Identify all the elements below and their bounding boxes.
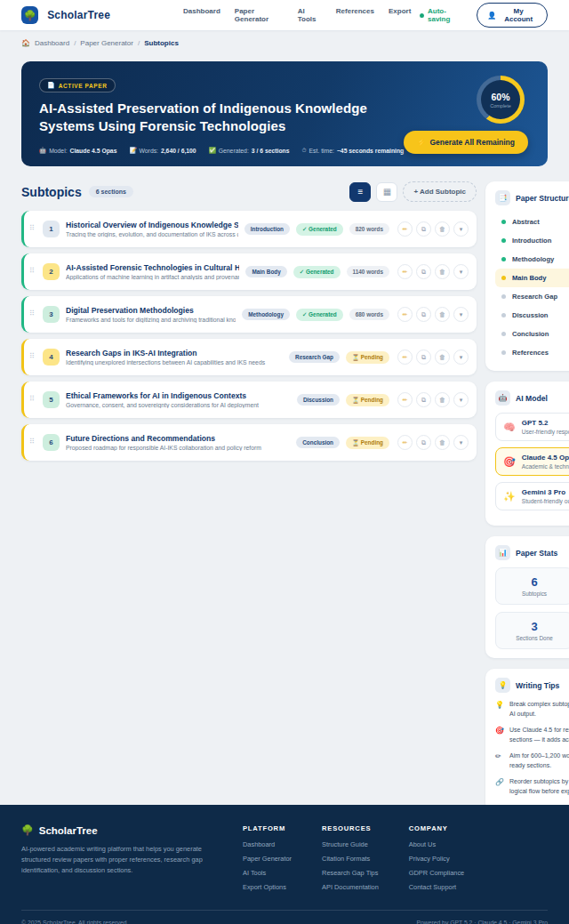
delete-button[interactable]: 🗑 bbox=[435, 264, 450, 279]
chevron-down-icon: ▾ bbox=[460, 439, 463, 446]
subtopic-card: ⠿ 3 Digital Preservation Methodologies F… bbox=[21, 296, 477, 333]
expand-button[interactable]: ▾ bbox=[453, 307, 469, 322]
copyright: © 2025 ScholarTree. All rights reserved. bbox=[21, 920, 128, 924]
nav-link[interactable]: Dashboard bbox=[183, 7, 220, 23]
duplicate-button[interactable]: ⧉ bbox=[416, 221, 431, 237]
structure-item[interactable]: Conclusion bbox=[495, 325, 569, 343]
drag-handle-icon[interactable]: ⠿ bbox=[29, 354, 36, 359]
footer-column: PLATFORM DashboardPaper GeneratorAI Tool… bbox=[243, 824, 292, 897]
breadcrumb-paper-generator[interactable]: Paper Generator bbox=[80, 39, 133, 47]
my-account-button[interactable]: 👤 My Account bbox=[477, 3, 548, 28]
status-badge: ⏳ Pending bbox=[346, 394, 389, 406]
footer-link[interactable]: About Us bbox=[409, 840, 464, 848]
list-view-button[interactable]: ≡ bbox=[349, 182, 371, 202]
autosave-dot-icon bbox=[420, 13, 424, 18]
meta-icon: ✅ bbox=[209, 147, 216, 154]
expand-button[interactable]: ▾ bbox=[453, 435, 469, 450]
chevron-down-icon: ▾ bbox=[460, 226, 463, 233]
edit-button[interactable]: ✏ bbox=[397, 221, 413, 237]
drag-handle-icon[interactable]: ⠿ bbox=[29, 397, 36, 402]
tip-text: Use Claude 4.5 for research and discussi… bbox=[509, 726, 569, 744]
footer-link[interactable]: AI Tools bbox=[243, 869, 292, 877]
model-option[interactable]: 🎯 Claude 4.5 Opas Academic & technical d… bbox=[495, 447, 569, 476]
duplicate-button[interactable]: ⧉ bbox=[416, 435, 431, 450]
writing-tip: 🔗 Reorder subtopics by drag to check you… bbox=[495, 777, 569, 796]
structure-item[interactable]: Introduction bbox=[495, 231, 569, 250]
drag-handle-icon[interactable]: ⠿ bbox=[29, 311, 36, 317]
drag-handle-icon[interactable]: ⠿ bbox=[29, 226, 36, 231]
word-count-badge: 680 words bbox=[349, 309, 389, 320]
nav-link[interactable]: Export bbox=[389, 7, 411, 23]
duplicate-button[interactable]: ⧉ bbox=[416, 392, 431, 407]
structure-item[interactable]: Discussion bbox=[495, 306, 569, 325]
active-paper-badge-label: ACTIVE PAPER bbox=[59, 83, 108, 89]
structure-item[interactable]: Abstract bbox=[495, 213, 569, 231]
writing-tips-panel: 💡 Writing Tips 💡 Break complex subtopics… bbox=[485, 669, 569, 812]
paper-meta-item: ⏱ Est. time: ~45 seconds remaining bbox=[301, 147, 404, 154]
structure-item[interactable]: References bbox=[495, 343, 569, 362]
generate-all-label: Generate All Remaining bbox=[429, 138, 515, 147]
footer-link[interactable]: Paper Generator bbox=[243, 855, 292, 863]
tip-icon: 💡 bbox=[495, 700, 504, 719]
delete-button[interactable]: 🗑 bbox=[435, 307, 450, 322]
edit-button[interactable]: ✏ bbox=[397, 307, 413, 322]
delete-button[interactable]: 🗑 bbox=[435, 221, 450, 237]
expand-button[interactable]: ▾ bbox=[453, 392, 469, 407]
delete-button[interactable]: 🗑 bbox=[435, 435, 450, 450]
nav-link[interactable]: References bbox=[336, 7, 374, 23]
footer-link[interactable]: Citation Formats bbox=[322, 855, 379, 863]
footer-link[interactable]: GDPR Compliance bbox=[409, 869, 464, 877]
active-paper-banner: 📄 ACTIVE PAPER AI-Assisted Preservation … bbox=[21, 61, 548, 166]
subtopic-card: ⠿ 1 Historical Overview of Indigenous Kn… bbox=[21, 211, 477, 247]
edit-button[interactable]: ✏ bbox=[397, 350, 413, 365]
duplicate-button[interactable]: ⧉ bbox=[416, 264, 431, 279]
generate-all-remaining-button[interactable]: ⚡ Generate All Remaining bbox=[404, 131, 528, 154]
edit-button[interactable]: ✏ bbox=[397, 264, 413, 279]
top-navigation-bar: 🌳 ScholarTree Dashboard Paper Generator … bbox=[0, 0, 569, 30]
status-dot-icon bbox=[501, 220, 506, 224]
delete-button[interactable]: 🗑 bbox=[435, 350, 450, 365]
stat-tile: 3 Sections Done bbox=[495, 612, 569, 649]
edit-button[interactable]: ✏ bbox=[397, 435, 413, 450]
pencil-icon: ✏ bbox=[403, 397, 408, 404]
footer-link[interactable]: Contact Support bbox=[409, 883, 464, 891]
footer-link[interactable]: Export Options bbox=[243, 883, 292, 891]
expand-button[interactable]: ▾ bbox=[453, 264, 469, 279]
subtopic-number: 3 bbox=[43, 306, 60, 323]
breadcrumb-dashboard[interactable]: Dashboard bbox=[35, 39, 69, 47]
model-option[interactable]: ✨ Gemini 3 Pro Student-friendly outputs bbox=[495, 482, 569, 510]
structure-item[interactable]: Main Body bbox=[495, 269, 569, 287]
subtopic-title: Ethical Frameworks for AI in Indigenous … bbox=[66, 391, 291, 400]
add-subtopic-button[interactable]: + Add Subtopic bbox=[403, 181, 477, 202]
nav-link[interactable]: Paper Generator bbox=[235, 7, 284, 23]
model-name: Claude 4.5 Opas bbox=[522, 454, 569, 462]
edit-button[interactable]: ✏ bbox=[397, 392, 413, 407]
copy-icon: ⧉ bbox=[421, 311, 426, 318]
drag-handle-icon[interactable]: ⠿ bbox=[29, 439, 36, 445]
model-option[interactable]: 🧠 GPT 5.2 User-friendly responses bbox=[495, 413, 569, 441]
home-icon[interactable]: 🏠 bbox=[21, 39, 30, 47]
footer-link[interactable]: API Documentation bbox=[322, 883, 379, 891]
drag-handle-icon[interactable]: ⠿ bbox=[29, 269, 36, 274]
duplicate-button[interactable]: ⧉ bbox=[416, 350, 431, 365]
structure-item[interactable]: Methodology bbox=[495, 250, 569, 269]
duplicate-button[interactable]: ⧉ bbox=[416, 307, 431, 322]
subtopic-title: Historical Overview of Indigenous Knowle… bbox=[66, 221, 238, 229]
footer-link[interactable]: Privacy Policy bbox=[409, 855, 464, 863]
footer-link[interactable]: Research Gap Tips bbox=[322, 869, 379, 877]
model-description: Student-friendly outputs bbox=[522, 498, 569, 504]
subtopic-title: AI-Assisted Forensic Technologies in Cul… bbox=[66, 263, 239, 272]
grid-view-button[interactable]: ▦ bbox=[376, 182, 397, 202]
footer-column-heading: RESOURCES bbox=[322, 824, 379, 832]
subtopic-description: Applications of machine learning in arti… bbox=[66, 274, 239, 280]
expand-button[interactable]: ▾ bbox=[453, 221, 469, 237]
structure-item[interactable]: Research Gap bbox=[495, 287, 569, 306]
expand-button[interactable]: ▾ bbox=[453, 350, 469, 365]
status-badge: ✓ Generated bbox=[296, 309, 343, 321]
footer-link[interactable]: Structure Guide bbox=[322, 840, 379, 848]
tip-text: Break complex subtopics into key points … bbox=[509, 700, 569, 719]
autosave-status: Auto-saving bbox=[420, 7, 466, 23]
nav-link[interactable]: AI Tools bbox=[298, 7, 322, 23]
delete-button[interactable]: 🗑 bbox=[435, 392, 450, 407]
footer-link[interactable]: Dashboard bbox=[243, 840, 292, 848]
